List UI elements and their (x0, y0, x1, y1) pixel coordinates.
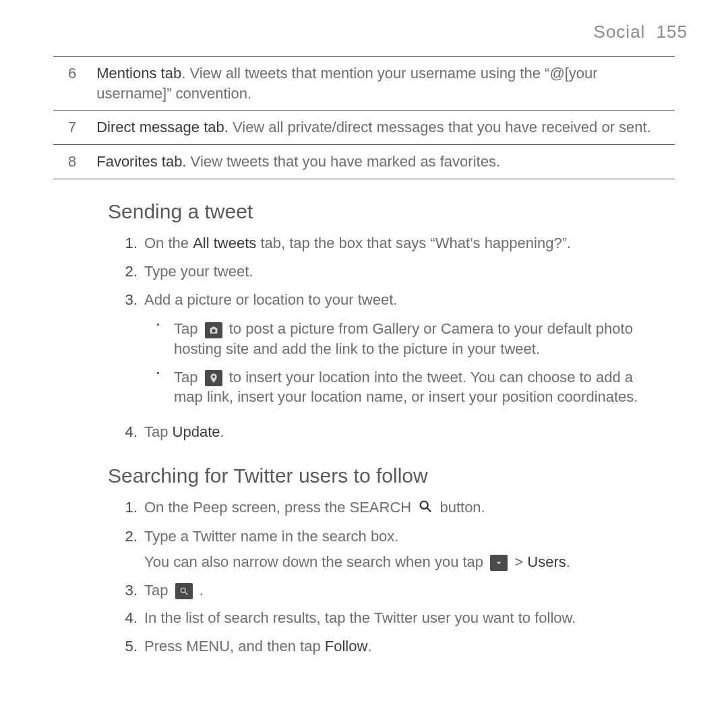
step-text: . (220, 423, 224, 440)
section-heading-sending-tweet: Sending a tweet (108, 198, 688, 226)
row-text: Mentions tab. View all tweets that menti… (91, 57, 675, 111)
header-section: Social (594, 22, 646, 42)
list-item: Type your tweet. (142, 257, 647, 286)
row-text: Direct message tab. View all private/dir… (91, 111, 675, 145)
table-row: 8 Favorites tab. View tweets that you ha… (53, 145, 675, 179)
step-text: Tap (144, 423, 173, 440)
step-text: Press MENU, and then tap (144, 638, 325, 655)
row-text: Favorites tab. View tweets that you have… (91, 145, 675, 179)
step-text: Add a picture or location to your tweet. (144, 291, 397, 308)
camera-icon (205, 322, 222, 338)
step-term: Update (173, 423, 220, 440)
steps-sending-tweet: On the All tweets tab, tap the box that … (142, 229, 647, 446)
row-body: View tweets that you have marked as favo… (191, 153, 500, 170)
search-action-icon (175, 583, 193, 599)
sub-bullets: Tap to post a picture from Gallery or Ca… (155, 315, 647, 411)
svg-line-3 (185, 592, 187, 595)
dropdown-icon (490, 555, 508, 571)
step-text: You can also narrow down the search when… (144, 553, 487, 570)
step-text: In the list of search results, tap the T… (144, 609, 576, 626)
step-term: Users (527, 553, 566, 570)
step-text: On the (144, 235, 193, 251)
row-sep: . (181, 65, 189, 82)
list-item: In the list of search results, tap the T… (142, 604, 647, 632)
row-label: Direct message tab. (96, 119, 229, 135)
table-row: 6 Mentions tab. View all tweets that men… (53, 57, 675, 111)
step-text: Type a Twitter name in the search box. (144, 528, 398, 545)
row-number: 8 (53, 145, 91, 179)
list-item: Tap . (142, 576, 647, 605)
step-text: > (514, 553, 527, 570)
svg-point-0 (421, 501, 428, 508)
bullet-text: Tap (174, 320, 202, 337)
list-item: On the Peep screen, press the SEARCH but… (142, 493, 647, 522)
table-row: 7 Direct message tab. View all private/d… (53, 111, 675, 145)
list-item: Add a picture or location to your tweet.… (142, 286, 647, 418)
row-label: Favorites tab. (96, 153, 186, 170)
bullet-text: to insert your location into the tweet. … (174, 369, 638, 406)
list-item: Press MENU, and then tap Follow. (142, 632, 647, 661)
row-number: 6 (53, 57, 91, 111)
location-pin-icon (205, 370, 222, 386)
step-text: tab, tap the box that says “What’s happe… (256, 235, 571, 251)
magnifier-icon (418, 499, 433, 519)
step-text: Tap (144, 582, 173, 599)
bullet-text: to post a picture from Gallery or Camera… (174, 320, 633, 357)
list-item: Tap Update. (142, 418, 647, 446)
step-text: On the Peep screen, press the SEARCH (144, 499, 415, 516)
svg-point-2 (181, 588, 185, 593)
header-page-number: 155 (657, 22, 688, 42)
step-text: Type your tweet. (144, 263, 253, 280)
row-label: Mentions tab (96, 65, 181, 82)
list-item: Tap to post a picture from Gallery or Ca… (155, 315, 647, 363)
step-subtext: You can also narrow down the search when… (144, 552, 647, 572)
list-item: Type a Twitter name in the search box. Y… (142, 522, 647, 576)
list-item: Tap to insert your location into the twe… (155, 363, 647, 411)
bullet-text: Tap (174, 369, 202, 386)
list-item: On the All tweets tab, tap the box that … (142, 229, 647, 257)
section-heading-searching-users: Searching for Twitter users to follow (108, 462, 688, 490)
page-header: Social 155 (40, 20, 688, 44)
step-text: . (200, 582, 204, 599)
step-term: Follow (325, 638, 368, 655)
step-term: All tweets (193, 235, 256, 251)
row-number: 7 (53, 111, 91, 145)
tab-description-table: 6 Mentions tab. View all tweets that men… (53, 56, 675, 179)
step-text: . (367, 638, 371, 655)
svg-line-1 (427, 508, 431, 512)
step-text: . (566, 553, 570, 570)
row-body: View all private/direct messages that yo… (233, 119, 651, 135)
steps-searching-users: On the Peep screen, press the SEARCH but… (142, 493, 647, 660)
step-text: button. (439, 499, 485, 516)
